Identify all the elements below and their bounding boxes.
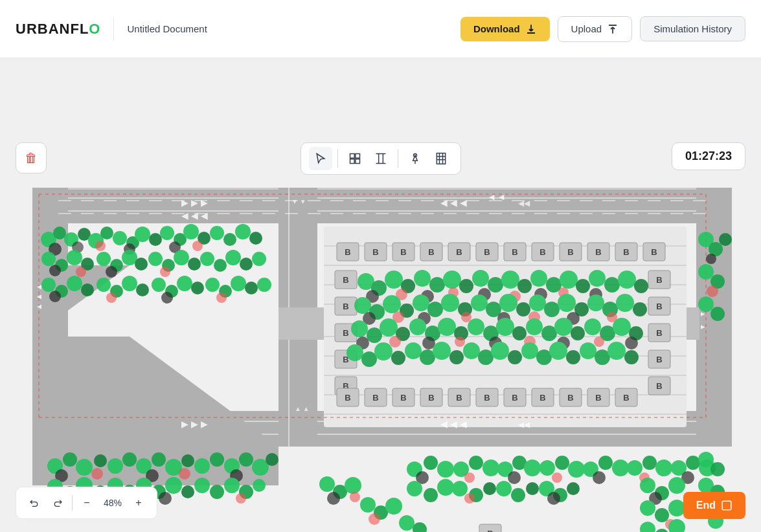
upload-button[interactable]: Upload	[558, 16, 633, 42]
svg-point-163	[188, 258, 201, 271]
zoom-level: 48%	[100, 498, 126, 508]
svg-point-225	[427, 302, 443, 317]
svg-point-264	[584, 318, 601, 335]
svg-point-299	[76, 459, 93, 476]
toolbar-divider-2	[398, 150, 398, 168]
svg-point-233	[544, 302, 560, 317]
svg-point-354	[612, 460, 629, 476]
svg-point-316	[266, 453, 278, 466]
svg-point-187	[231, 276, 246, 291]
svg-point-366	[437, 479, 454, 496]
svg-point-162	[174, 250, 189, 265]
toolbar	[301, 142, 461, 175]
svg-text:B: B	[623, 247, 629, 257]
svg-text:B: B	[656, 381, 662, 391]
zoom-in-button[interactable]: +	[128, 493, 149, 513]
timer: 01:27:23	[672, 142, 745, 170]
svg-rect-16	[32, 188, 732, 190]
svg-point-370	[464, 493, 475, 504]
svg-point-310	[210, 452, 224, 467]
svg-point-365	[424, 488, 438, 502]
svg-point-298	[63, 452, 77, 467]
delete-button[interactable]: 🗑	[16, 142, 47, 173]
svg-text:B: B	[656, 355, 662, 364]
svg-point-198	[459, 279, 473, 293]
tree-tool-button[interactable]	[403, 147, 427, 170]
svg-point-301	[108, 458, 123, 474]
building-tool-button[interactable]	[429, 147, 453, 170]
undo-button[interactable]	[24, 493, 45, 513]
svg-point-398	[640, 500, 655, 516]
svg-point-347	[508, 471, 521, 484]
svg-text:◀◀: ◀◀	[518, 420, 530, 429]
grid-tool-button[interactable]	[343, 147, 367, 170]
svg-point-160	[148, 252, 163, 266]
header-divider	[113, 17, 114, 41]
zoom-out-button[interactable]: −	[76, 493, 97, 513]
svg-text:B: B	[656, 302, 662, 311]
svg-text:B: B	[484, 393, 490, 403]
svg-point-179	[136, 283, 149, 296]
svg-point-155	[97, 252, 111, 266]
svg-text:B: B	[540, 393, 545, 403]
svg-point-208	[604, 277, 620, 293]
cursor-tool-button[interactable]	[309, 147, 332, 170]
svg-point-371	[496, 481, 512, 496]
canvas-area[interactable]: 🗑 01:27:23	[0, 58, 761, 532]
svg-point-165	[200, 252, 214, 266]
svg-point-258	[496, 318, 514, 336]
svg-point-206	[576, 279, 590, 293]
svg-point-199	[472, 270, 489, 287]
svg-point-136	[135, 227, 150, 242]
svg-point-159	[106, 266, 117, 278]
svg-point-414	[399, 515, 415, 531]
svg-point-353	[598, 456, 613, 470]
svg-point-266	[613, 318, 631, 336]
svg-point-169	[252, 252, 266, 266]
svg-text:B: B	[656, 275, 662, 285]
svg-point-196	[429, 277, 445, 293]
redo-button[interactable]	[47, 493, 68, 513]
logo-text: URBANFLO	[16, 21, 100, 38]
simulation-history-button[interactable]: Simulation History	[640, 16, 745, 41]
svg-point-327	[165, 477, 182, 494]
columns-tool-button[interactable]	[369, 147, 392, 170]
svg-point-405	[319, 476, 335, 492]
svg-point-278	[361, 351, 377, 367]
end-button[interactable]: End	[683, 492, 745, 519]
svg-point-147	[235, 224, 251, 239]
svg-point-203	[530, 270, 547, 287]
svg-text:◀◀: ◀◀	[518, 199, 530, 208]
svg-rect-2	[350, 159, 354, 164]
svg-text:B: B	[567, 393, 573, 403]
svg-point-276	[625, 337, 638, 349]
svg-point-232	[529, 294, 546, 311]
svg-point-287	[491, 342, 509, 360]
svg-point-193	[385, 271, 403, 289]
svg-point-409	[350, 492, 360, 502]
svg-text:B: B	[595, 247, 601, 257]
control-divider	[72, 495, 73, 511]
svg-point-126	[53, 227, 66, 239]
svg-text:◀ ◀ ◀: ◀ ◀ ◀	[181, 210, 208, 221]
svg-point-263	[571, 326, 585, 340]
svg-point-372	[511, 488, 525, 502]
svg-point-271	[455, 337, 465, 347]
svg-point-412	[385, 498, 402, 515]
toolbar-divider-1	[337, 150, 338, 168]
svg-rect-3	[355, 159, 359, 164]
svg-point-195	[414, 270, 431, 287]
svg-point-231	[516, 302, 530, 316]
svg-text:B: B	[372, 247, 378, 257]
svg-point-249	[367, 327, 382, 343]
svg-text:◀: ◀	[499, 193, 505, 201]
svg-point-185	[205, 278, 220, 292]
svg-text:B: B	[484, 247, 490, 257]
svg-point-248	[351, 320, 368, 337]
download-button[interactable]: Download	[460, 17, 550, 41]
map-canvas[interactable]: ▶ ▶ ▶ ◀ ◀ ◀ ◀ ◀ ◀ ▶ ▶ ▶ ◀ ◀ ◀ ▲ ▲ ▲ ◀◀ ◀…	[0, 58, 761, 532]
svg-text:▲: ▲	[699, 324, 707, 331]
svg-point-148	[249, 232, 262, 245]
svg-point-226	[441, 294, 459, 312]
svg-point-139	[160, 226, 174, 240]
